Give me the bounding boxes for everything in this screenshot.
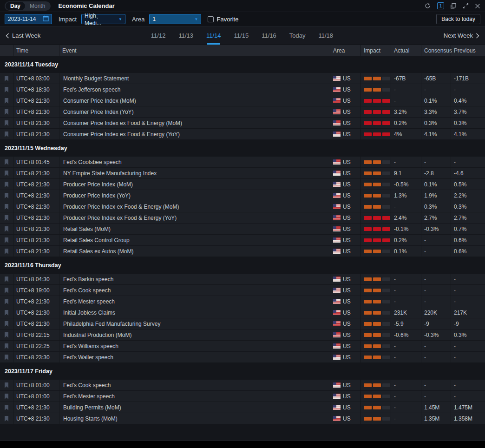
bookmark-icon[interactable] [0, 157, 13, 167]
area-label: US [343, 109, 351, 115]
bookmark-icon[interactable] [0, 246, 13, 257]
bookmark-icon[interactable] [0, 224, 13, 234]
event-previous: - [451, 285, 485, 296]
event-time: UTC+8 21:30 [13, 246, 59, 257]
event-impact [360, 329, 391, 340]
day-group-header: 2023/11/17 Friday [0, 363, 485, 380]
event-consensus: 0.3% [421, 118, 451, 128]
event-impact [360, 95, 391, 106]
week-day-tab-11-14[interactable]: 11/14 [200, 26, 228, 45]
event-consensus: - [421, 274, 451, 284]
bookmark-icon[interactable] [0, 95, 13, 106]
table-row: UTC+8 01:00 Fed's Mester speech US - - - [0, 391, 485, 402]
refresh-icon[interactable] [424, 2, 431, 9]
week-day-tab-11-18[interactable]: 11/18 [312, 26, 340, 45]
bookmark-icon[interactable] [0, 179, 13, 190]
bookmark-icon[interactable] [0, 84, 13, 95]
bookmark-icon[interactable] [0, 212, 13, 223]
window-count-badge[interactable]: 1 [437, 2, 444, 9]
table-row: UTC+8 21:30 Consumer Price Index ex Food… [0, 129, 485, 140]
event-previous: 0.5% [451, 179, 485, 190]
favorite-checkbox[interactable] [208, 16, 214, 22]
event-time: UTC+8 03:00 [13, 73, 59, 84]
event-consensus: 220K [421, 307, 451, 318]
area-label: US [343, 192, 351, 199]
week-day-tab-11-15[interactable]: 11/15 [228, 26, 256, 45]
event-time: UTC+8 21:30 [13, 413, 59, 424]
tab-day[interactable]: Day [6, 2, 25, 10]
bookmark-icon[interactable] [0, 352, 13, 362]
event-actual: - [391, 341, 421, 351]
event-consensus: -65B [421, 73, 451, 84]
table-row: UTC+8 22:25 Fed's Williams speech US - -… [0, 341, 485, 352]
page-title: Economic Calendar [58, 2, 114, 9]
back-to-today-button[interactable]: Back to today [436, 14, 480, 24]
week-day-tab-11-12[interactable]: 11/12 [144, 26, 172, 45]
impact-select[interactable]: High、Medi... ▼ [81, 14, 125, 24]
event-name: Consumer Price Index (MoM) [59, 95, 330, 106]
impact-bars [364, 132, 390, 136]
bookmark-icon[interactable] [0, 307, 13, 318]
us-flag-icon [333, 159, 341, 165]
bookmark-icon[interactable] [0, 168, 13, 178]
week-day-tab-today[interactable]: Today [283, 26, 312, 45]
event-actual: - [391, 296, 421, 307]
week-day-tab-11-16[interactable]: 11/16 [255, 26, 283, 45]
impact-filter-label: Impact [59, 16, 77, 23]
bookmark-icon[interactable] [0, 285, 13, 296]
table-row: UTC+8 23:30 Fed's Waller speech US - - - [0, 352, 485, 363]
tab-month[interactable]: Month [25, 2, 50, 10]
event-impact [360, 391, 391, 402]
event-name: Producer Price Index ex Food & Energy (Y… [59, 212, 330, 223]
bookmark-icon[interactable] [0, 118, 13, 128]
bookmark-icon[interactable] [0, 73, 13, 84]
bookmark-icon[interactable] [0, 391, 13, 402]
event-previous: -4.6 [451, 168, 485, 178]
event-actual: - [391, 391, 421, 402]
bookmark-icon[interactable] [0, 380, 13, 390]
table-row: UTC+8 21:30 Consumer Price Index (YoY) U… [0, 106, 485, 118]
area-select[interactable]: 1 ▼ [149, 14, 201, 24]
event-actual: -67B [391, 73, 421, 84]
bookmark-icon[interactable] [0, 402, 13, 413]
close-icon[interactable] [475, 3, 480, 9]
next-week-button[interactable]: Next Week [444, 32, 479, 39]
bookmark-icon[interactable] [0, 274, 13, 284]
week-day-tabs: 11/1211/1311/1411/1511/16Today11/18 [40, 26, 443, 45]
event-actual: - [391, 352, 421, 362]
bookmark-icon[interactable] [0, 318, 13, 329]
impact-bars [364, 227, 390, 231]
table-row: UTC+8 21:30 Retail Sales Control Group U… [0, 235, 485, 246]
event-name: Fed's Waller speech [59, 352, 330, 362]
event-consensus: 3.3% [421, 106, 451, 117]
bookmark-icon[interactable] [0, 296, 13, 307]
event-actual: - [391, 380, 421, 390]
table-row: UTC+8 03:00 Monthly Budget Statement US … [0, 73, 485, 84]
date-picker-input[interactable]: 2023-11-14 [5, 14, 52, 24]
bookmark-icon[interactable] [0, 235, 13, 245]
expand-icon[interactable] [463, 3, 469, 9]
popout-icon[interactable] [450, 3, 457, 9]
bookmark-icon[interactable] [0, 129, 13, 139]
table-row: UTC+8 21:30 NY Empire State Manufacturin… [0, 168, 485, 179]
last-week-button[interactable]: Last Week [6, 32, 40, 39]
bookmark-icon[interactable] [0, 201, 13, 212]
event-name: Producer Price Index (MoM) [59, 179, 330, 190]
bookmark-icon[interactable] [0, 106, 13, 117]
bookmark-icon[interactable] [0, 329, 13, 340]
week-day-tab-11-13[interactable]: 11/13 [172, 26, 200, 45]
event-previous: 0.3% [451, 329, 485, 340]
event-name: Retail Sales (MoM) [59, 224, 330, 234]
us-flag-icon [333, 87, 341, 92]
event-time: UTC+8 21:30 [13, 190, 59, 201]
favorite-filter[interactable]: Favorite [208, 16, 238, 23]
event-name: Fed's Cook speech [59, 285, 330, 296]
bookmark-icon[interactable] [0, 341, 13, 351]
bookmark-icon[interactable] [0, 413, 13, 424]
area-label: US [343, 237, 351, 244]
bookmark-icon[interactable] [0, 190, 13, 201]
calendar-icon [43, 15, 49, 23]
event-time: UTC+8 22:15 [13, 329, 59, 340]
event-actual: -0.6% [391, 329, 421, 340]
event-area: US [330, 341, 360, 351]
